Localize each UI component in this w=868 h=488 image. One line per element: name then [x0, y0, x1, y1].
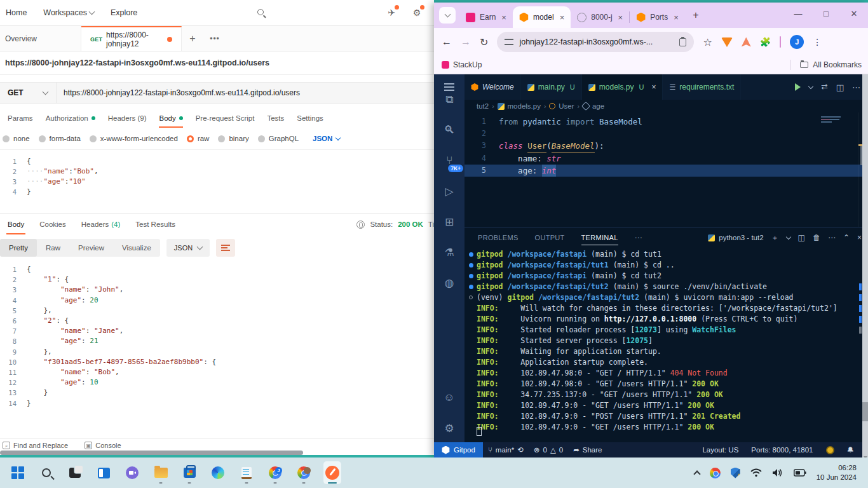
taskbar-app-window[interactable]	[95, 461, 112, 484]
wrap-lines-button[interactable]	[216, 239, 235, 257]
response-view-pretty[interactable]: Pretty	[0, 239, 37, 257]
response-tab-cookies[interactable]: Cookies	[32, 214, 74, 234]
horizontal-scrollbar[interactable]	[0, 451, 303, 455]
request-tab-body[interactable]: Body	[153, 109, 189, 128]
request-url-input[interactable]: https://8000-johnjay122-fastapi-in3osxgo…	[57, 88, 300, 97]
response-view-visualize[interactable]: Visualize	[113, 239, 160, 257]
maximize-panel-icon[interactable]: ⌃	[843, 233, 850, 242]
taskbar-chrome-profile-2[interactable]	[295, 461, 313, 484]
tray-chrome-icon[interactable]	[710, 468, 721, 478]
taskbar-microsoft-store[interactable]	[180, 461, 198, 484]
response-tab-body[interactable]: Body	[0, 214, 32, 234]
more-actions-icon[interactable]: ⋯	[852, 83, 860, 92]
new-terminal-icon[interactable]: ＋	[771, 233, 779, 243]
response-tab-test-results[interactable]: Test Results	[128, 214, 183, 234]
terminal-session[interactable]: python3 - tut2	[708, 234, 763, 241]
github-icon[interactable]: ◍	[442, 275, 457, 290]
new-tab-button[interactable]: +	[182, 26, 203, 51]
profile-avatar[interactable]: J	[790, 35, 804, 49]
editor-tab-requirements[interactable]: ☰ requirements.txt	[663, 74, 741, 100]
minimize-button[interactable]: —	[784, 3, 812, 24]
taskbar-chat-app[interactable]	[123, 461, 141, 484]
run-file-button[interactable]	[795, 83, 801, 91]
browser-tab-8000[interactable]: 8000-j ×	[571, 6, 629, 28]
postman-explore-menu[interactable]: Explore	[111, 8, 137, 17]
body-language-dropdown[interactable]: JSON	[313, 135, 340, 142]
editor-tab-models-py[interactable]: models.py U ×	[582, 74, 663, 100]
bookmark-star-icon[interactable]: ☆	[703, 36, 712, 48]
settings-gear-icon[interactable]: ⚙	[442, 421, 457, 436]
problems-indicator[interactable]: ⊗0△0	[529, 445, 568, 454]
task-view-button[interactable]	[66, 461, 84, 484]
bookmark-stackup[interactable]: StackUp	[442, 60, 482, 69]
timer-icon[interactable]	[821, 446, 839, 454]
response-view-raw[interactable]: Raw	[37, 239, 69, 257]
find-and-replace-button[interactable]: ⌕Find and Replace	[3, 442, 68, 449]
extension-icon[interactable]	[742, 37, 751, 47]
code-editor[interactable]: 1from pydantic import BaseModel23class U…	[465, 112, 868, 227]
new-tab-button[interactable]: +	[688, 7, 704, 24]
wifi-icon[interactable]	[750, 468, 762, 477]
request-tab-headers-9-[interactable]: Headers (9)	[102, 109, 153, 128]
close-tab-icon[interactable]: ×	[651, 83, 656, 92]
taskbar-chrome-profile-j[interactable]: J	[266, 461, 284, 484]
address-bar[interactable]: johnjay122-fastapi-in3osxgo0mf.ws-...	[497, 32, 694, 52]
body-mode-binary[interactable]: binary	[218, 135, 248, 142]
search-icon[interactable]: 🔍︎	[442, 123, 457, 138]
kill-terminal-trash-icon[interactable]: 🗑︎	[813, 233, 820, 242]
notifications-bell-icon[interactable]: 🔔︎	[842, 446, 860, 454]
close-tab-icon[interactable]: ×	[559, 13, 566, 22]
split-editor-icon[interactable]: ◫	[836, 83, 844, 92]
search-icon[interactable]	[257, 8, 268, 18]
terminal-more-icon[interactable]: ⋯	[828, 233, 836, 242]
gitpod-status-button[interactable]: Gitpod	[434, 442, 483, 458]
back-icon[interactable]: ←	[442, 36, 452, 48]
source-control-icon[interactable]: ⑂7K+	[442, 153, 457, 168]
tab-options-button[interactable]: •••	[203, 26, 226, 51]
gear-icon[interactable]: ⚙	[411, 7, 423, 18]
close-tab-icon[interactable]: ×	[617, 13, 625, 22]
body-mode-form-data[interactable]: form-data	[39, 135, 81, 142]
postman-workspaces-menu[interactable]: Workspaces	[43, 8, 94, 17]
browser-tab-earn[interactable]: Earn ×	[459, 6, 513, 28]
start-button[interactable]	[9, 461, 27, 484]
body-mode-graphql[interactable]: GraphQL	[258, 135, 299, 142]
panel-tab-problems[interactable]: PROBLEMS	[478, 227, 519, 248]
panel-more-icon[interactable]: ⋯	[635, 233, 643, 242]
editor-tab-main-py[interactable]: main.py U	[521, 74, 582, 100]
forward-icon[interactable]: →	[461, 36, 471, 48]
request-tab-authorization[interactable]: Authorization	[39, 109, 102, 128]
metamask-icon[interactable]	[721, 37, 733, 47]
request-tab-settings[interactable]: Settings	[290, 109, 330, 128]
volume-icon[interactable]	[772, 468, 783, 477]
branch-indicator[interactable]: ⑂main*⟲	[483, 445, 529, 454]
taskbar-file-explorer[interactable]	[152, 461, 170, 484]
breadcrumb[interactable]: tut2› models.py› User› age	[465, 100, 868, 112]
minimap[interactable]	[821, 116, 854, 133]
request-tab-tests[interactable]: Tests	[261, 109, 290, 128]
close-tab-icon[interactable]: ×	[672, 13, 680, 22]
extensions-puzzle-icon[interactable]: 🧩	[760, 37, 771, 47]
request-tab-pre-request-script[interactable]: Pre-request Script	[189, 109, 261, 128]
response-tab-headers[interactable]: Headers(4)	[74, 214, 128, 234]
layout-indicator[interactable]: Layout: US	[697, 446, 743, 454]
sync-icon[interactable]: ⟲	[517, 445, 524, 454]
taskbar-search-button[interactable]	[37, 461, 55, 484]
taskbar-edge[interactable]	[209, 461, 227, 484]
console-button[interactable]: ▣Console	[85, 442, 121, 449]
browser-menu-icon[interactable]: ⋮	[813, 37, 822, 47]
tab-request-active[interactable]: GET https://8000-johnjay12	[81, 26, 182, 51]
browser-tab-ports[interactable]: Ports ×	[630, 6, 685, 28]
ports-indicator[interactable]: Ports: 8000, 41801	[746, 446, 818, 454]
response-language-dropdown[interactable]: JSON	[166, 239, 210, 257]
panel-tab-terminal[interactable]: TERMINAL	[581, 227, 618, 248]
tab-search-button[interactable]	[439, 7, 456, 24]
capture-requests-icon[interactable]: ✈	[386, 7, 397, 18]
panel-tab-output[interactable]: OUTPUT	[535, 227, 565, 248]
page-scrollbar[interactable]	[862, 74, 868, 460]
security-shield-icon[interactable]	[731, 468, 740, 478]
testing-flask-icon[interactable]: ⚗	[442, 245, 457, 260]
all-bookmarks-button[interactable]: All Bookmarks	[790, 60, 862, 70]
taskbar-notepad[interactable]	[238, 461, 255, 484]
menu-hamburger-icon[interactable]	[444, 83, 454, 85]
